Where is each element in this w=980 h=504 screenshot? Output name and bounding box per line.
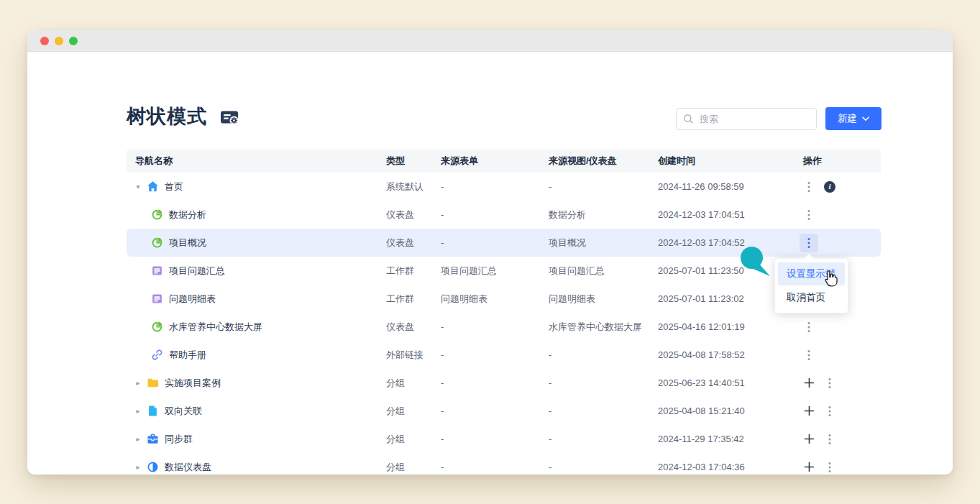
row-more-actions-button[interactable] <box>800 229 818 257</box>
column-header-0: 导航名称 <box>135 150 173 173</box>
row-more-actions-button[interactable] <box>800 201 818 229</box>
created-time-cell: 2024-12-03 17:04:52 <box>658 229 745 257</box>
column-header-4: 创建时间 <box>658 150 695 173</box>
row-more-actions-button[interactable] <box>820 425 839 453</box>
type-cell: 分组 <box>386 425 405 453</box>
table-row[interactable]: ▸数据仪表盘分组--2024-12-03 17:04:36 <box>127 453 881 475</box>
table-row[interactable]: ▸实施项目案例分组--2025-06-23 14:40:51 <box>127 369 881 397</box>
source-view-cell: 项目问题汇总 <box>549 257 605 285</box>
nav-name-label: 项目概况 <box>169 237 206 249</box>
nav-name-cell: ▸实施项目案例 <box>134 369 221 397</box>
new-button[interactable]: 新建 <box>825 107 881 130</box>
nav-name-cell: 项目问题汇总 <box>134 257 225 285</box>
type-cell: 工作群 <box>386 257 414 285</box>
row-more-actions-button-active[interactable] <box>800 234 818 252</box>
type-cell: 分组 <box>386 453 405 475</box>
row-more-actions-button[interactable] <box>800 341 818 369</box>
half-pie-icon <box>147 461 159 473</box>
row-more-actions-button[interactable] <box>800 173 818 201</box>
type-cell: 外部链接 <box>386 341 423 369</box>
row-more-actions-button[interactable] <box>820 369 839 397</box>
table-row[interactable]: 水库管养中心数据大屏仪表盘-水库管养中心数据大屏2025-04-16 12:01… <box>127 313 881 341</box>
table-header-row: 导航名称类型来源表单来源视图/仪表盘创建时间操作 <box>127 150 881 173</box>
source-view-cell: 数据分析 <box>549 201 586 229</box>
info-icon: i <box>824 181 835 193</box>
nav-name-cell: 水库管养中心数据大屏 <box>134 313 262 341</box>
search-input[interactable] <box>676 108 817 130</box>
kebab-menu-icon <box>807 209 810 221</box>
maximize-window-icon[interactable] <box>69 37 78 45</box>
table-row[interactable]: 问题明细表工作群问题明细表问题明细表2025-07-01 11:23:02 <box>127 285 881 313</box>
nav-name-cell: 问题明细表 <box>134 285 216 313</box>
plus-icon <box>804 434 815 444</box>
kebab-menu-icon <box>807 181 810 193</box>
table-row[interactable]: ▾首页系统默认--2024-11-26 09:58:59i <box>127 173 881 201</box>
type-cell: 仪表盘 <box>386 229 414 257</box>
form-settings-icon[interactable] <box>220 109 239 127</box>
row-add-child-button[interactable] <box>800 425 818 453</box>
nav-name-label: 首页 <box>165 180 183 193</box>
pie-chart-icon <box>151 209 163 221</box>
row-add-child-button[interactable] <box>800 397 818 425</box>
row-add-child-button[interactable] <box>800 453 818 475</box>
source-view-cell: 问题明细表 <box>549 285 595 313</box>
table-body: ▾首页系统默认--2024-11-26 09:58:59i数据分析仪表盘-数据分… <box>127 173 881 475</box>
kebab-menu-icon <box>828 462 831 473</box>
chevron-down-icon <box>862 116 869 122</box>
created-time-cell: 2025-04-16 12:01:19 <box>658 313 745 341</box>
source-view-cell: - <box>549 341 551 369</box>
browser-window: 树状模式 <box>27 30 953 475</box>
created-time-cell: 2025-06-23 14:40:51 <box>658 369 745 397</box>
nav-name-label: 同步群 <box>165 433 193 446</box>
plus-icon <box>804 462 815 472</box>
caret-right-icon[interactable]: ▸ <box>134 435 142 443</box>
nav-name-cell: 项目概况 <box>134 229 206 257</box>
type-cell: 工作群 <box>386 285 414 313</box>
navigation-table: 导航名称类型来源表单来源视图/仪表盘创建时间操作 ▾首页系统默认--2024-1… <box>127 150 881 475</box>
table-row[interactable]: 帮助手册外部链接--2025-04-08 17:58:52 <box>127 341 881 369</box>
close-window-icon[interactable] <box>40 37 49 45</box>
kebab-menu-icon <box>807 321 810 333</box>
row-add-child-button[interactable] <box>800 369 818 397</box>
annotation-step-badge <box>741 247 772 278</box>
table-row[interactable]: ▸同步群分组--2024-11-29 17:35:42 <box>127 425 881 453</box>
created-time-cell: 2025-07-01 11:23:50 <box>658 257 744 285</box>
row-more-actions-button[interactable] <box>800 313 818 341</box>
nav-name-label: 双向关联 <box>165 405 202 418</box>
nav-name-cell: ▸双向关联 <box>134 397 202 425</box>
nav-name-label: 问题明细表 <box>169 293 216 306</box>
source-form-cell: - <box>441 341 444 369</box>
row-info-button[interactable]: i <box>820 173 839 201</box>
plus-icon <box>804 377 815 388</box>
type-cell: 分组 <box>386 397 405 425</box>
row-more-actions-button[interactable] <box>820 453 839 475</box>
type-cell: 系统默认 <box>386 173 423 201</box>
nav-name-label: 项目问题汇总 <box>169 265 225 278</box>
caret-down-icon[interactable]: ▾ <box>134 183 142 191</box>
created-time-cell: 2024-11-29 17:35:42 <box>658 425 744 453</box>
source-view-cell: - <box>549 397 551 425</box>
row-more-actions-button[interactable] <box>820 397 839 425</box>
table-row[interactable]: 数据分析仪表盘-数据分析2024-12-03 17:04:51 <box>127 201 881 229</box>
minimize-window-icon[interactable] <box>55 37 63 45</box>
caret-right-icon[interactable]: ▸ <box>134 463 142 471</box>
nav-name-cell: ▸数据仪表盘 <box>134 453 211 475</box>
source-view-cell: - <box>549 369 551 397</box>
caret-right-icon[interactable]: ▸ <box>134 379 142 387</box>
pie-chart-icon <box>151 237 163 249</box>
page-content: 树状模式 <box>27 52 953 474</box>
source-form-cell: 问题明细表 <box>441 285 487 313</box>
caret-right-icon[interactable]: ▸ <box>134 407 142 415</box>
column-header-2: 来源表单 <box>441 150 478 173</box>
context-menu-arrow <box>804 254 814 259</box>
nav-name-label: 实施项目案例 <box>165 377 221 390</box>
table-row[interactable]: ▸双向关联分组--2025-04-08 15:21:40 <box>127 397 881 425</box>
type-cell: 仪表盘 <box>386 201 414 229</box>
nav-name-cell: 数据分析 <box>134 201 206 229</box>
new-button-label: 新建 <box>838 112 857 125</box>
source-view-cell: - <box>549 425 551 453</box>
created-time-cell: 2024-12-03 17:04:36 <box>658 453 745 475</box>
source-view-cell: - <box>549 173 551 201</box>
kebab-menu-icon <box>807 237 810 249</box>
nav-name-cell: ▸同步群 <box>134 425 193 453</box>
